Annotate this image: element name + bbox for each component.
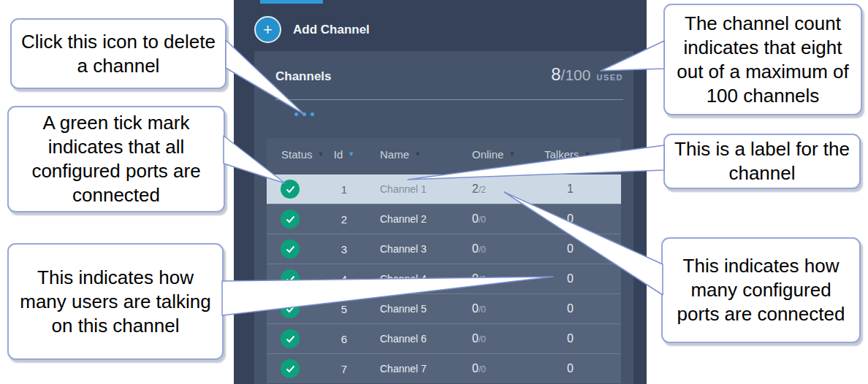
callout-talkers: This indicates how many users are talkin… [7, 243, 224, 360]
ellipsis-icon [294, 112, 298, 116]
online-connected: 0 [472, 332, 479, 345]
channel-online: 0/0 [470, 302, 543, 315]
channel-name: Channel 1 [375, 183, 470, 195]
table-row[interactable]: 4 Channel 4 0/0 0 [267, 264, 621, 293]
channels-table: Status ▼ Id ▼ Name ▼ Online ▼ [267, 138, 621, 383]
online-total: /0 [479, 245, 486, 255]
channel-name: Channel 6 [375, 333, 470, 345]
table-row[interactable]: 3 Channel 3 0/0 0 [267, 234, 621, 264]
channel-name: Channel 3 [375, 243, 470, 255]
callout-channel-count: The channel count indicates that eight o… [663, 4, 862, 115]
channel-talkers: 0 [543, 362, 621, 375]
column-header-name[interactable]: Name ▼ [375, 148, 470, 161]
table-row[interactable]: 6 Channel 6 0/0 0 [267, 323, 621, 353]
channel-online: 0/0 [470, 362, 543, 375]
channel-id: 4 [313, 273, 375, 285]
online-connected: 0 [472, 362, 479, 375]
online-total: /0 [479, 274, 486, 285]
table-row[interactable]: 1 Channel 1 2/2 1 [267, 174, 621, 204]
online-total: /0 [479, 304, 486, 315]
used-label: USED [596, 73, 623, 82]
annotated-screenshot: + Add Channel Channels 8 /100 USED [0, 0, 868, 384]
callout-delete-icon: Click this icon to delete a channel [10, 18, 226, 89]
callout-green-tick: A green tick mark indicates that all con… [7, 106, 225, 212]
online-total: /2 [479, 185, 486, 195]
channel-name: Channel 5 [375, 303, 470, 315]
channel-name: Channel 2 [375, 213, 470, 225]
green-check-icon [281, 329, 300, 348]
chevron-down-icon: ▼ [585, 151, 591, 158]
chevron-down-icon: ▼ [509, 151, 515, 158]
channel-talkers: 0 [543, 242, 621, 256]
column-header-talkers[interactable]: Talkers ▼ [543, 148, 621, 161]
status-cell [267, 239, 313, 258]
online-connected: 0 [472, 242, 479, 255]
green-check-icon [281, 269, 300, 288]
channel-usage-counter: 8 /100 USED [551, 64, 623, 85]
status-cell [267, 180, 313, 199]
online-total: /0 [479, 215, 486, 225]
table-body: 1 Channel 1 2/2 1 2 Channel 2 0/0 0 [267, 174, 621, 383]
online-total: /0 [479, 334, 486, 345]
status-cell [267, 359, 313, 378]
green-check-icon [281, 359, 300, 378]
online-connected: 0 [472, 212, 479, 225]
channel-name: Channel 7 [375, 363, 470, 375]
online-connected: 0 [472, 272, 479, 285]
callout-online-ports: This indicates how many configured ports… [661, 237, 861, 343]
status-cell [267, 269, 313, 288]
chevron-down-icon: ▼ [414, 151, 421, 158]
max-count: /100 [561, 66, 591, 84]
app-panel: + Add Channel Channels 8 /100 USED [234, 0, 647, 384]
channel-talkers: 0 [543, 272, 621, 285]
channel-talkers: 1 [543, 183, 621, 196]
green-check-icon [281, 239, 300, 258]
green-check-icon [281, 299, 300, 318]
status-cell [267, 329, 313, 348]
channel-id: 6 [313, 333, 375, 345]
channel-id: 5 [313, 303, 375, 315]
table-row[interactable]: 7 Channel 7 0/0 0 [267, 353, 621, 383]
channel-online: 0/0 [470, 212, 543, 226]
ellipsis-icon [302, 112, 306, 116]
online-connected: 2 [472, 183, 479, 195]
channel-online: 0/0 [470, 242, 543, 256]
channel-name: Channel 4 [375, 273, 470, 285]
table-header: Status ▼ Id ▼ Name ▼ Online ▼ [267, 138, 621, 170]
table-row[interactable]: 2 Channel 2 0/0 0 [267, 204, 621, 234]
active-tab-indicator [260, 0, 323, 4]
channel-id: 7 [313, 363, 375, 375]
used-count: 8 [551, 64, 560, 85]
status-cell [267, 210, 313, 229]
more-actions-button[interactable] [294, 112, 314, 116]
green-check-icon [281, 180, 300, 199]
channel-online: 0/0 [470, 272, 543, 285]
online-total: /0 [479, 364, 486, 375]
channel-online: 2/2 [470, 183, 543, 196]
column-header-status[interactable]: Status ▼ [267, 148, 313, 161]
divider [275, 99, 623, 100]
channel-id: 3 [313, 243, 375, 256]
channel-talkers: 0 [543, 332, 621, 345]
channel-talkers: 0 [543, 302, 621, 315]
channel-id: 1 [313, 183, 375, 196]
channel-talkers: 0 [543, 212, 621, 226]
status-cell [267, 299, 313, 318]
green-check-icon [281, 210, 300, 229]
channels-title: Channels [275, 69, 332, 84]
add-channel-button[interactable]: + Add Channel [254, 16, 370, 43]
channel-online: 0/0 [470, 332, 543, 345]
channel-id: 2 [313, 213, 375, 226]
channels-card: Channels 8 /100 USED Status ▼ [254, 51, 633, 384]
plus-circle-icon[interactable]: + [254, 16, 281, 43]
online-connected: 0 [472, 302, 479, 315]
table-row[interactable]: 5 Channel 5 0/0 0 [267, 293, 621, 323]
chevron-down-icon: ▼ [348, 151, 354, 158]
column-header-online[interactable]: Online ▼ [470, 148, 543, 161]
ellipsis-icon [311, 112, 314, 116]
column-header-id[interactable]: Id ▼ [313, 148, 375, 161]
add-channel-label: Add Channel [293, 23, 370, 37]
callout-channel-label: This is a label for the channel [663, 134, 861, 189]
